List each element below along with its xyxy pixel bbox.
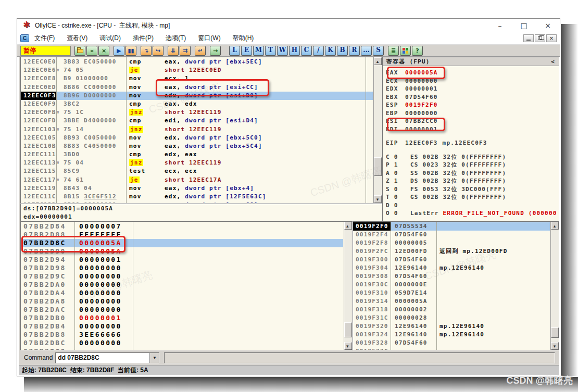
step-into-icon[interactable]: ↴ [141,46,152,56]
flag-row[interactable]: P 1 CS 0023 32位 0(FFFFFFFF) [383,161,559,169]
stack-row[interactable]: 0019F2F407D54F60 [353,231,550,239]
view-threads-button[interactable]: T [265,46,276,56]
close-icon[interactable]: × [536,21,560,30]
execute-till-return-icon[interactable]: ↵ [195,46,206,56]
minimize-icon[interactable]: – [488,21,512,30]
disasm-row[interactable]: 12EEC11585C9testecx, ecx [21,167,373,175]
stack-row[interactable]: 0019F32807D54F60 [353,339,550,347]
dump-row[interactable]: 07BB2D88FFFFFFFF [21,231,343,239]
stack-row[interactable]: 0019F2FC12ED00FD返回到 mp.12ED00FD [353,247,550,256]
dump-row[interactable]: 07BB2DA400000000 [21,289,343,297]
maximize-icon[interactable]: □ [512,21,536,30]
column-divider[interactable] [366,57,366,203]
stack-row[interactable]: 0019F31800000002 [353,306,550,314]
mdi-close-icon[interactable]: × [546,34,557,42]
dump-row[interactable]: 07BB2DBC00000000 [21,339,343,347]
view-source-button[interactable]: S [373,46,384,56]
flag-row[interactable]: C 0 ES 002B 32位 0(FFFFFFFF) [383,153,559,161]
menu-item-P[interactable]: 插件(P) [133,34,154,43]
scroll-up-icon[interactable]: ▴ [551,222,559,230]
column-divider[interactable] [391,222,391,350]
go-to-icon[interactable]: → [210,46,221,56]
stack-panel[interactable]: 0019F2F007D555340019F2F407D54F600019F2F8… [353,221,559,350]
stack-row[interactable]: 0019F30807D54F60 [353,272,550,281]
view-cpu-button[interactable]: C [301,46,312,56]
registers-panel[interactable]: 寄存器 (FPU) < EAX0000005AECX00000000EDX000… [382,57,559,221]
pause-icon[interactable]: ▮▮ [125,46,136,56]
close-program-icon[interactable]: × [98,46,109,56]
view-run-trace-button[interactable]: ... [361,46,372,56]
command-input[interactable] [56,353,149,363]
column-divider[interactable] [126,57,127,203]
register-row-eax[interactable]: EAX0000005A [383,69,559,77]
disasm-row[interactable]: 12EEC113∨75 04jnzshort 12EEC119 [21,159,373,167]
mdi-restore-icon[interactable] [535,34,545,42]
scroll-down-icon[interactable]: ▾ [344,342,352,350]
view-executables-button[interactable]: E [241,46,252,56]
step-over-icon[interactable]: ↪ [153,46,164,56]
register-row-esp[interactable]: ESP0019F2F0 [383,101,559,109]
dump-row[interactable]: 07BB2DB400000000 [21,322,343,331]
disasm-scrollbar[interactable]: ▴ ▾ [373,57,382,203]
stack-row[interactable]: 0019F30C0000000E [353,281,550,289]
dump-row[interactable]: 07BB2D900000005A [21,247,343,256]
view-windows-button[interactable]: W [277,46,288,56]
disassembly-panel[interactable]: 12EEC0E03B83 EC050000cmpeax, dword ptr [… [20,57,382,204]
view-references-button[interactable]: R [349,46,360,56]
scroll-thumb[interactable] [374,157,382,176]
trace-over-icon[interactable]: ⇉ [180,46,191,56]
dump-row[interactable]: 07BB2DB000000001 [21,314,343,322]
view-patches-button[interactable]: / [313,46,324,56]
scroll-thumb[interactable] [344,322,352,337]
flag-row[interactable]: A 0 SS 002B 32位 0(FFFFFFFF) [383,169,559,178]
dump-row[interactable]: 07BB2DA800000000 [21,297,343,306]
column-divider[interactable] [133,222,133,350]
help-icon[interactable]: ? [412,46,423,56]
stack-row[interactable]: 0019F310059D7E14 [353,289,550,297]
restart-icon[interactable]: « [86,46,97,56]
flag-row[interactable]: D 0 [383,201,559,210]
disasm-row[interactable]: 12EEC0FD3BBE D4000000cmpedi, dword ptr [… [21,117,373,125]
menu-item-D[interactable]: 调试(D) [99,34,121,43]
disasm-row[interactable]: 12EEC0FB∨75 1Cjnzshort 12EEC119 [21,108,373,117]
disasm-row[interactable]: 12EEC117∨74 61jeshort 12EEC17A [21,176,373,184]
scroll-thumb[interactable] [551,327,559,338]
column-divider[interactable] [436,222,437,350]
stack-scrollbar[interactable]: ▴ ▾ [550,222,559,350]
flag-row[interactable]: T 0 GS 002B 32位 0(FFFFFFFF) [383,193,559,201]
dump-scrollbar[interactable]: ▴ ▾ [344,222,352,350]
view-handles-button[interactable]: H [289,46,300,56]
stack-row[interactable]: 0019F31C00000028 [353,314,550,322]
disasm-row[interactable]: 12EEC103∨75 14jnzshort 12EEC119 [21,125,373,134]
register-row-eip[interactable]: EIP12EEC0F3mp.12EEC0F3 [383,139,559,147]
disasm-row[interactable]: 12EEC1198B43 04moveax, dword ptr [ebx+4] [21,184,373,193]
run-icon[interactable]: ▶ [114,46,124,56]
disasm-row[interactable]: 12EEC0ED8B86 CC000000moveax, dword ptr [… [21,83,373,92]
disasm-row[interactable]: 12EEC1113BD0cmpedx, eax [21,150,373,159]
disasm-row[interactable]: 12EEC1058B93 C0050000movedx, dword ptr [… [21,134,373,142]
dump-row[interactable]: 07BB2DA000000000 [21,281,343,289]
column-divider[interactable] [56,57,57,203]
appearance-icon[interactable] [400,46,411,56]
flag-row[interactable]: O 0 LastErr ERROR_FILE_NOT_FOUND (000000 [383,209,559,218]
log-options-icon[interactable]: ≣ [388,46,399,56]
dump-row[interactable]: 07BB2D9C00000000 [21,272,343,281]
view-memory-button[interactable]: M [253,46,264,56]
register-row-ebx[interactable]: EBX07D54F60 [383,93,559,102]
collapse-arrow-icon[interactable]: < [551,58,555,65]
stack-row[interactable]: 0019F32012E96140mp.12E96140 [353,322,550,331]
menu-item-V[interactable]: 查看(V) [67,34,87,43]
dump-row[interactable]: 07BB2D9800000000 [21,264,343,272]
dump-row[interactable]: 07BB2DAC00000000 [21,306,343,314]
disasm-row[interactable]: 12EEC0F38B96 D0000000movedx, dword ptr [… [21,92,373,100]
column-divider[interactable] [74,222,75,350]
stack-row[interactable]: 0019F30007D54F60 [353,256,550,264]
memory-dump-panel[interactable]: 07BB2D840000000707BB2D88FFFFFFFF07BB2D8C… [20,221,353,350]
register-row-edx[interactable]: EDX00000001 [383,85,559,93]
scroll-up-icon[interactable]: ▴ [344,222,352,230]
disasm-row[interactable]: 12EEC0E6∨74 05jeshort 12EEC0ED [21,66,373,74]
open-file-icon[interactable] [74,46,85,56]
view-breakpoints-button[interactable]: B [337,46,348,56]
cpu-window-icon[interactable]: C [20,34,29,42]
dropdown-arrow-icon[interactable]: ▼ [149,353,159,363]
